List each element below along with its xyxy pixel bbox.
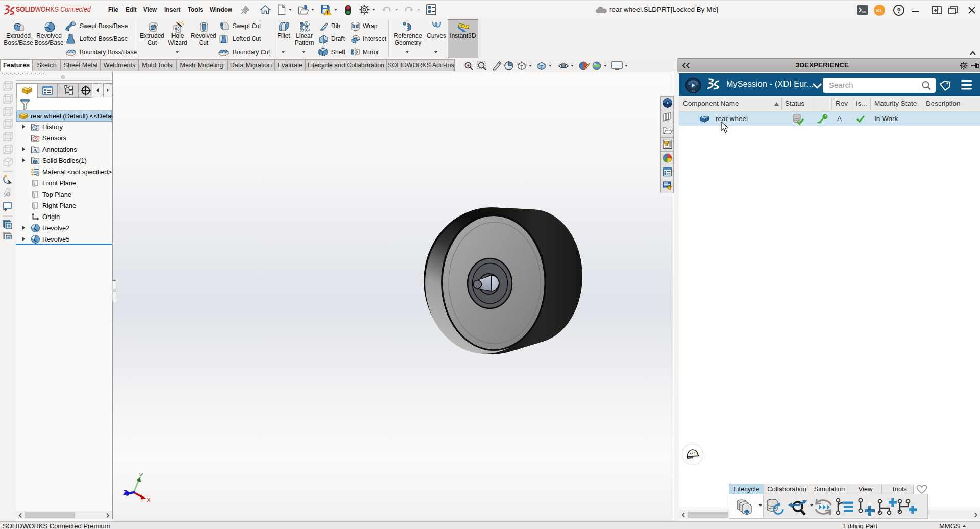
svg-text:A: A bbox=[33, 148, 37, 153]
svg-text:KL: KL bbox=[876, 8, 883, 13]
svg-text:Y: Y bbox=[139, 472, 143, 479]
svg-text:Z: Z bbox=[123, 489, 127, 496]
svg-text:V.R: V.R bbox=[691, 90, 695, 92]
svg-text:X: X bbox=[146, 497, 151, 504]
svg-text:?: ? bbox=[897, 7, 901, 14]
